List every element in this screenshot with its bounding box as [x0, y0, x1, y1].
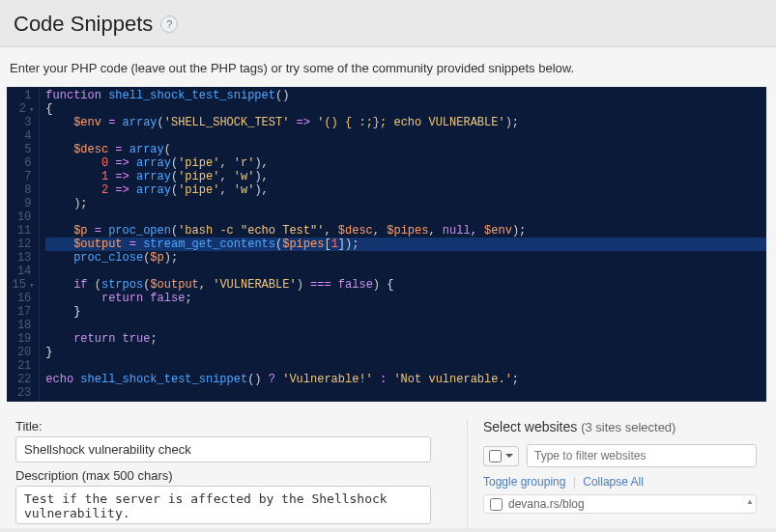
line-number: 4 — [13, 129, 32, 143]
line-number: 9 — [13, 197, 32, 210]
line-number: 21 — [13, 359, 32, 373]
title-input[interactable] — [15, 436, 431, 462]
line-number: 3 — [13, 116, 32, 129]
site-row-checkbox[interactable] — [490, 498, 503, 511]
code-line[interactable]: $p = proc_open('bash -c "echo Test"', $d… — [45, 224, 765, 238]
code-line[interactable]: if (strpos($output, 'VULNERABLE') === fa… — [45, 278, 765, 292]
help-icon[interactable]: ? — [160, 15, 178, 33]
line-number: 23 — [13, 386, 32, 400]
code-line[interactable] — [45, 265, 765, 278]
line-number: 19 — [13, 332, 32, 346]
line-number: 14 — [13, 265, 32, 278]
code-line[interactable] — [45, 319, 765, 332]
sites-selected-count: (3 sites selected) — [581, 420, 675, 434]
code-line[interactable]: ); — [45, 197, 765, 210]
select-websites-label: Select websites — [483, 419, 577, 434]
filter-websites-input[interactable] — [527, 444, 757, 467]
line-number: 8 — [13, 183, 32, 197]
code-line[interactable] — [45, 210, 765, 224]
site-row-label: devana.rs/blog — [508, 497, 585, 511]
line-number: 1 — [13, 89, 32, 102]
chevron-down-icon — [505, 454, 513, 458]
intro-text: Enter your PHP code (leave out the PHP t… — [6, 61, 766, 87]
content-area: Enter your PHP code (leave out the PHP t… — [0, 46, 776, 528]
description-input[interactable] — [15, 486, 431, 524]
scroll-up-icon[interactable]: ▲ — [746, 497, 754, 506]
line-number: 18 — [13, 319, 32, 332]
title-label: Title: — [15, 419, 449, 434]
line-number: 13 — [13, 251, 32, 265]
code-line[interactable]: } — [45, 305, 765, 319]
code-line[interactable]: return true; — [45, 332, 765, 346]
code-line[interactable]: function shell_shock_test_snippet() — [45, 89, 765, 102]
code-line[interactable]: proc_close($p); — [45, 251, 765, 265]
select-all-checkbox[interactable] — [489, 450, 502, 462]
select-all-dropdown[interactable] — [483, 446, 519, 466]
code-line[interactable]: $output = stream_get_contents($pipes[1])… — [45, 238, 765, 251]
code-line[interactable]: $env = array('SHELL_SHOCK_TEST' => '() {… — [45, 116, 765, 129]
code-line[interactable] — [45, 386, 765, 400]
line-number: 20 — [13, 346, 32, 359]
line-number: 22 — [13, 373, 32, 386]
select-websites-heading: Select websites (3 sites selected) — [483, 419, 757, 444]
line-number: 17 — [13, 305, 32, 319]
line-number: 2▾ — [13, 102, 32, 116]
editor-code[interactable]: function shell_shock_test_snippet(){ $en… — [40, 87, 765, 402]
link-divider: | — [573, 475, 576, 489]
collapse-all-link[interactable]: Collapse All — [583, 475, 644, 489]
toggle-grouping-link[interactable]: Toggle grouping — [483, 475, 565, 489]
editor-gutter: 12▾3456789101112131415▾1617181920212223 — [7, 87, 41, 402]
line-number: 12 — [13, 238, 32, 251]
code-line[interactable]: echo shell_shock_test_snippet() ? 'Vulne… — [45, 373, 765, 386]
code-line[interactable]: 1 => array('pipe', 'w'), — [45, 170, 765, 183]
bottom-panel: Title: Description (max 500 chars) Selec… — [6, 402, 766, 528]
code-line[interactable]: 0 => array('pipe', 'r'), — [45, 156, 765, 170]
line-number: 16 — [13, 292, 32, 305]
page-header: Code Snippets ? — [0, 0, 776, 46]
code-line[interactable]: } — [45, 346, 765, 359]
line-number: 5 — [13, 143, 32, 156]
code-editor[interactable]: 12▾3456789101112131415▾1617181920212223 … — [7, 87, 766, 402]
code-line[interactable]: return false; — [45, 292, 765, 305]
website-action-links: Toggle grouping | Collapse All — [483, 475, 757, 489]
line-number: 7 — [13, 170, 32, 183]
code-line[interactable]: $desc = array( — [45, 143, 765, 156]
form-column: Title: Description (max 500 chars) — [15, 419, 449, 528]
code-line[interactable] — [45, 359, 765, 373]
line-number: 11 — [13, 224, 32, 238]
code-line[interactable] — [45, 129, 765, 143]
description-label: Description (max 500 chars) — [15, 468, 449, 483]
code-line[interactable]: 2 => array('pipe', 'w'), — [45, 183, 765, 197]
page-title: Code Snippets — [14, 12, 153, 37]
code-line[interactable]: { — [45, 102, 765, 116]
line-number: 15▾ — [13, 278, 32, 292]
website-list[interactable]: devana.rs/blog ▲ — [483, 494, 757, 514]
line-number: 6 — [13, 156, 32, 170]
websites-column: Select websites (3 sites selected) Toggl… — [467, 419, 757, 528]
line-number: 10 — [13, 210, 32, 224]
